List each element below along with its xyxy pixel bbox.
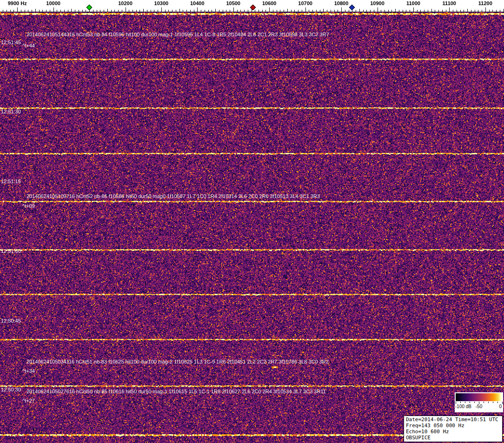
ruler-minor-tick — [82, 10, 83, 12]
ruler-minor-tick — [25, 10, 25, 12]
ruler-minor-tick — [176, 10, 176, 12]
ruler-minor-tick — [298, 10, 298, 12]
ruler-frequency-label: 9900 Hz — [8, 0, 27, 6]
ruler-major-tick — [305, 7, 306, 12]
ruler-major-tick — [17, 7, 18, 12]
ruler-minor-tick — [356, 10, 356, 12]
ruler-minor-tick — [190, 10, 191, 12]
ruler-minor-tick — [475, 10, 475, 12]
ruler-minor-tick — [262, 10, 263, 12]
ruler-major-tick — [126, 7, 126, 12]
ruler-minor-tick — [100, 10, 100, 12]
ruler-minor-tick — [122, 10, 122, 12]
ruler-frequency-label: 11000 — [406, 0, 420, 6]
ruler-minor-tick — [129, 10, 129, 12]
ruler-frequency-label: 10400 — [190, 0, 205, 6]
ruler-minor-tick — [496, 10, 497, 12]
ruler-minor-tick — [504, 9, 504, 12]
ruler-minor-tick — [212, 10, 212, 12]
ruler-minor-tick — [453, 10, 453, 12]
ruler-minor-tick — [302, 10, 302, 12]
info-station-name: OBSUPICE — [406, 435, 500, 441]
ruler-minor-tick — [420, 10, 421, 12]
time-label: 12:50:45 — [1, 318, 21, 324]
info-echo-frequency: Echo=10 600 Hz — [406, 429, 500, 435]
ruler-minor-tick — [349, 10, 349, 12]
ruler-frequency-label: 10200 — [118, 0, 133, 6]
ruler-minor-tick — [3, 10, 3, 12]
detection-time-offset: ^t+44 — [22, 43, 35, 48]
ruler-minor-tick — [68, 10, 68, 12]
spectrogram: 12:51:4512:51:3012:51:1512:51:0012:50:45… — [0, 12, 504, 443]
ruler-minor-tick — [467, 9, 468, 12]
colorbar-label-mid: -50 — [476, 404, 482, 409]
ruler-minor-tick — [489, 10, 490, 12]
ruler-minor-tick — [107, 9, 108, 12]
ruler-major-tick — [341, 7, 342, 12]
ruler-minor-tick — [75, 10, 75, 12]
ruler-minor-tick — [223, 10, 223, 12]
ruler-minor-tick — [431, 9, 432, 12]
ruler-minor-tick — [50, 10, 50, 12]
ruler-minor-tick — [114, 10, 115, 12]
ruler-minor-tick — [403, 10, 403, 12]
ruler-minor-tick — [79, 10, 79, 12]
ruler-minor-tick — [97, 10, 97, 12]
ruler-minor-tick — [71, 9, 72, 12]
ruler-minor-tick — [21, 10, 21, 12]
ruler-minor-tick — [154, 10, 154, 12]
green-frequency-marker-icon[interactable] — [86, 5, 93, 11]
blue-frequency-marker-icon[interactable] — [349, 5, 355, 11]
radio-meteor-observer-app: 9900 Hz100001020010300104001050010600107… — [0, 0, 504, 443]
ruler-minor-tick — [323, 9, 324, 12]
ruler-minor-tick — [435, 10, 435, 12]
ruler-minor-tick — [230, 10, 230, 12]
ruler-minor-tick — [381, 10, 381, 12]
ruler-frequency-label: 10600 — [262, 0, 277, 6]
info-frequency: Freq=143 050 000 Hz — [406, 423, 500, 429]
ruler-minor-tick — [471, 10, 471, 12]
ruler-minor-tick — [316, 10, 317, 12]
ruler-minor-tick — [277, 10, 277, 12]
ruler-minor-tick — [86, 10, 86, 12]
time-label: 12:51:00 — [1, 248, 21, 254]
ruler-minor-tick — [482, 10, 482, 12]
ruler-minor-tick — [457, 10, 457, 12]
ruler-minor-tick — [331, 10, 331, 12]
ruler-minor-tick — [136, 10, 137, 12]
ruler-minor-tick — [478, 10, 478, 12]
ruler-minor-tick — [385, 10, 385, 12]
ruler-minor-tick — [60, 10, 61, 12]
ruler-minor-tick — [13, 10, 14, 12]
ruler-minor-tick — [294, 10, 295, 12]
ruler-minor-tick — [143, 9, 144, 12]
ruler-minor-tick — [111, 10, 112, 12]
colorbar-tick — [502, 402, 503, 404]
ruler-minor-tick — [291, 10, 292, 12]
ruler-major-tick — [485, 7, 486, 12]
time-label: 12:50:30 — [1, 387, 21, 392]
ruler-minor-tick — [417, 10, 418, 12]
ruler-major-tick — [53, 7, 54, 12]
ruler-minor-tick — [388, 10, 389, 12]
colorbar-tick — [488, 402, 489, 403]
ruler-minor-tick — [205, 10, 205, 12]
detection-annotation: 20140624105144316 hCnt53 nb-84 f10595 hi… — [27, 32, 329, 37]
ruler-minor-tick — [370, 10, 371, 12]
spectrogram-overlay: 12:51:4512:51:3012:51:1512:51:0012:50:45… — [0, 12, 504, 443]
ruler-minor-tick — [179, 9, 180, 12]
ruler-minor-tick — [35, 9, 36, 12]
ruler-minor-tick — [363, 10, 364, 12]
ruler-frequency-label: 10000 — [46, 0, 60, 6]
colorbar-tick — [460, 402, 461, 403]
colorbar-tick — [493, 402, 493, 403]
ruler-minor-tick — [147, 10, 147, 12]
ruler-minor-tick — [10, 10, 11, 12]
ruler-minor-tick — [248, 10, 248, 12]
ruler-minor-tick — [215, 9, 216, 12]
ruler-minor-tick — [338, 10, 338, 12]
ruler-minor-tick — [237, 10, 238, 12]
ruler-minor-tick — [7, 10, 7, 12]
ruler-frequency-label: 10300 — [154, 0, 169, 6]
ruler-frequency-label: 11100 — [443, 0, 456, 6]
